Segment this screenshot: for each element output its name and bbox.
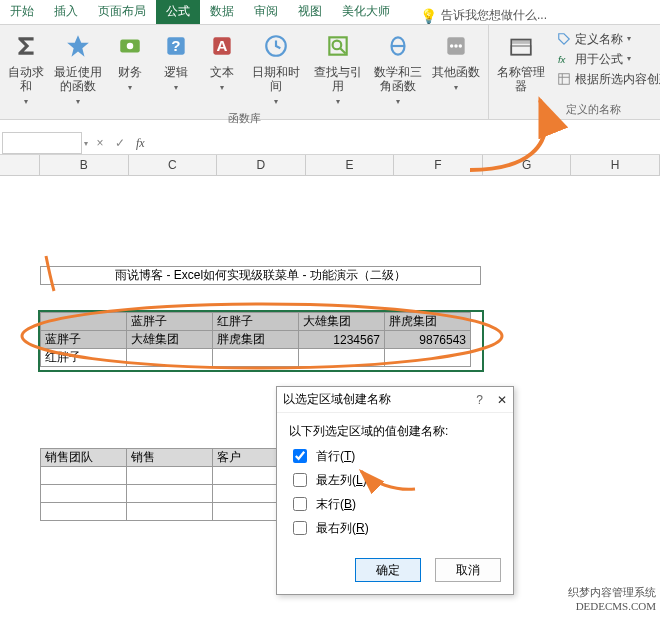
svg-point-15	[454, 44, 457, 47]
formula-input[interactable]	[151, 133, 660, 153]
dialog-title: 以选定区域创建名称	[283, 391, 391, 408]
svg-point-14	[450, 44, 453, 47]
table-row	[41, 485, 299, 503]
formula-cancel[interactable]: ×	[90, 136, 110, 150]
select-all-corner[interactable]	[0, 155, 40, 175]
dialog-help-icon[interactable]: ?	[476, 393, 483, 407]
col-D[interactable]: D	[217, 155, 306, 175]
insert-function[interactable]: fx	[130, 136, 151, 151]
cell[interactable]	[213, 349, 299, 367]
theta-icon	[383, 31, 413, 61]
sigma-icon	[11, 31, 41, 61]
table-row: 销售团队 销售 客户	[41, 449, 299, 467]
cmd-create-from-selection[interactable]: 根据所选内容创建	[557, 71, 660, 87]
opt-left-col-checkbox[interactable]	[293, 473, 307, 487]
cmd-recent[interactable]: 最近使用的函数▾	[52, 27, 104, 109]
cell[interactable]: 大雄集团	[299, 313, 385, 331]
cmd-other[interactable]: 其他函数▾	[430, 27, 482, 95]
svg-text:fx: fx	[558, 54, 567, 65]
dialog-close-icon[interactable]: ✕	[497, 393, 507, 407]
cell[interactable]: 胖虎集团	[213, 331, 299, 349]
watermark: 织梦内容管理系统 DEDECMS.COM	[568, 585, 656, 613]
group-defined-names: 名称管理器 定义名称 ▾ fx 用于公式 ▾ 根据所选内容创建 定义的名称	[488, 25, 660, 119]
title-table: 雨说博客 - Excel如何实现级联菜单 - 功能演示（二级）	[40, 266, 481, 285]
dialog-options: 首行(T) 最左列(L) 末行(B) 最右列(R)	[289, 446, 501, 538]
bulb-icon: 💡	[420, 8, 437, 24]
svg-text:A: A	[217, 37, 228, 54]
opt-top-row-checkbox[interactable]	[293, 449, 307, 463]
title-cell[interactable]: 雨说博客 - Excel如何实现级联菜单 - 功能演示（二级）	[41, 267, 481, 285]
tell-me-label: 告诉我您想做什么...	[441, 7, 547, 24]
col-B[interactable]: B	[40, 155, 129, 175]
tab-view[interactable]: 视图	[288, 0, 332, 24]
cmd-datetime[interactable]: 日期和时间▾	[248, 27, 304, 109]
fx-icon: fx	[557, 52, 571, 66]
col-E[interactable]: E	[306, 155, 395, 175]
cell[interactable]	[127, 349, 213, 367]
svg-point-16	[459, 44, 462, 47]
cell[interactable]: 9876543	[385, 331, 471, 349]
cmd-logical[interactable]: ? 逻辑▾	[156, 27, 196, 95]
more-icon	[441, 31, 471, 61]
text-icon: A	[207, 31, 237, 61]
opt-left-col[interactable]: 最左列(L)	[289, 470, 501, 490]
cell[interactable]	[127, 467, 213, 485]
dialog-ok-button[interactable]: 确定	[355, 558, 421, 582]
col-C[interactable]: C	[129, 155, 218, 175]
cell[interactable]: 红胖子	[213, 313, 299, 331]
tab-data[interactable]: 数据	[200, 0, 244, 24]
svg-text:?: ?	[171, 37, 180, 54]
question-icon: ?	[161, 31, 191, 61]
cell[interactable]	[41, 313, 127, 331]
cmd-use-in-formula[interactable]: fx 用于公式 ▾	[557, 51, 660, 67]
tab-review[interactable]: 审阅	[244, 0, 288, 24]
cell[interactable]: 胖虎集团	[385, 313, 471, 331]
cell[interactable]	[299, 349, 385, 367]
cell[interactable]	[127, 503, 213, 521]
formula-confirm[interactable]: ✓	[110, 136, 130, 150]
svg-rect-18	[511, 46, 531, 55]
svg-point-2	[127, 43, 134, 50]
col-H[interactable]: H	[571, 155, 660, 175]
opt-bottom-row[interactable]: 末行(B)	[289, 494, 501, 514]
col-G[interactable]: G	[483, 155, 572, 175]
tell-me[interactable]: 💡 告诉我您想做什么...	[420, 7, 547, 24]
col-F[interactable]: F	[394, 155, 483, 175]
cmd-name-manager[interactable]: 名称管理器	[495, 27, 547, 93]
tab-formulas[interactable]: 公式	[156, 0, 200, 24]
cell[interactable]: 销售	[127, 449, 213, 467]
cell[interactable]	[41, 485, 127, 503]
lower-table: 销售团队 销售 客户	[40, 448, 299, 521]
dialog-subtitle: 以下列选定区域的值创建名称:	[289, 423, 501, 440]
cmd-financial[interactable]: 财务▾	[110, 27, 150, 95]
cmd-lookup[interactable]: 查找与引用▾	[310, 27, 366, 109]
cell[interactable]	[41, 503, 127, 521]
column-headers: B C D E F G H	[0, 155, 660, 176]
opt-right-col-checkbox[interactable]	[293, 521, 307, 535]
opt-top-row[interactable]: 首行(T)	[289, 446, 501, 466]
cell[interactable]: 蓝胖子	[127, 313, 213, 331]
cell[interactable]: 红胖子	[41, 349, 127, 367]
opt-right-col[interactable]: 最右列(R)	[289, 518, 501, 538]
tab-layout[interactable]: 页面布局	[88, 0, 156, 24]
cmd-math[interactable]: 数学和三角函数▾	[372, 27, 424, 109]
cell[interactable]: 蓝胖子	[41, 331, 127, 349]
name-box[interactable]	[2, 132, 82, 154]
main-table: 蓝胖子 红胖子 大雄集团 胖虎集团 蓝胖子 大雄集团 胖虎集团 1234567 …	[40, 312, 471, 367]
cell[interactable]	[127, 485, 213, 503]
cmd-text[interactable]: A 文本▾	[202, 27, 242, 95]
cell[interactable]	[41, 467, 127, 485]
opt-bottom-row-checkbox[interactable]	[293, 497, 307, 511]
cell[interactable]: 销售团队	[41, 449, 127, 467]
cell[interactable]	[385, 349, 471, 367]
tab-beautify[interactable]: 美化大师	[332, 0, 400, 24]
cmd-autosum[interactable]: 自动求和▾	[6, 27, 46, 109]
defined-names-list: 定义名称 ▾ fx 用于公式 ▾ 根据所选内容创建	[553, 27, 660, 87]
cmd-define-name[interactable]: 定义名称 ▾	[557, 31, 660, 47]
table-row: 红胖子	[41, 349, 471, 367]
tab-home[interactable]: 开始	[0, 0, 44, 24]
tab-insert[interactable]: 插入	[44, 0, 88, 24]
cell[interactable]: 大雄集团	[127, 331, 213, 349]
cell[interactable]: 1234567	[299, 331, 385, 349]
dialog-cancel-button[interactable]: 取消	[435, 558, 501, 582]
